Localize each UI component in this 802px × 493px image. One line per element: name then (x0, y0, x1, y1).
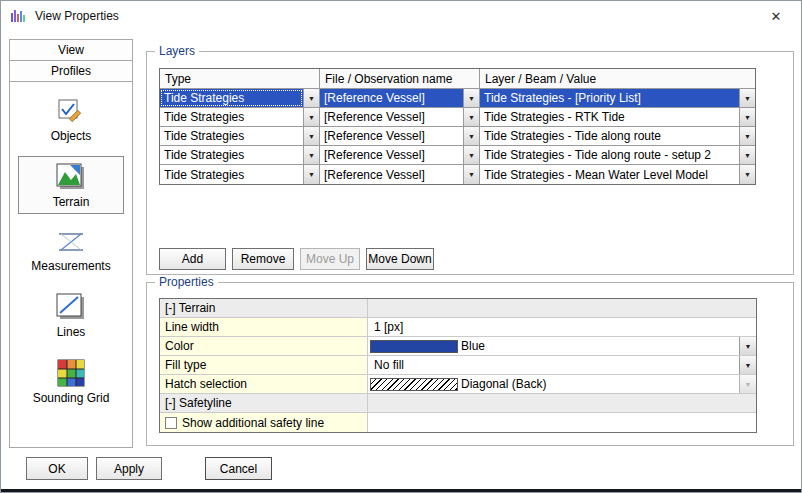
sidebar-item-label: Measurements (31, 259, 110, 273)
layer-combo[interactable]: Tide Strategies - Tide along route ▼ (480, 127, 755, 145)
combo-value: Tide Strategies (160, 165, 303, 184)
sidebar-item-objects[interactable]: Objects (18, 90, 124, 148)
file-combo[interactable]: [Reference Vessel] ▼ (320, 108, 479, 126)
combo-value: [Reference Vessel] (320, 146, 463, 164)
type-cell: Tide Strategies ▼ (160, 127, 320, 146)
layer-combo[interactable]: Tide Strategies - Mean Water Level Model… (480, 165, 755, 184)
layer-combo[interactable]: Tide Strategies - RTK Tide ▼ (480, 108, 755, 126)
property-label[interactable]: [-] Terrain (160, 299, 368, 317)
chevron-down-icon[interactable]: ▼ (739, 127, 755, 145)
file-combo[interactable]: [Reference Vessel] ▼ (320, 165, 479, 184)
chevron-down-icon[interactable]: ▼ (303, 146, 319, 164)
layer-cell: Tide Strategies - RTK Tide ▼ (480, 108, 755, 127)
measurements-icon (55, 228, 87, 256)
ok-button[interactable]: OK (26, 457, 88, 480)
sidebar-item-terrain[interactable]: Terrain (18, 156, 124, 214)
property-label[interactable]: Hatch selection (160, 375, 368, 393)
sidebar-item-label: Terrain (53, 195, 90, 209)
chevron-down-icon[interactable]: ▼ (463, 127, 479, 145)
file-combo[interactable]: [Reference Vessel] ▼ (320, 146, 479, 164)
color-value: Blue (458, 339, 485, 353)
layers-table: Type File / Observation name Layer / Bea… (159, 68, 756, 185)
tab-profiles[interactable]: Profiles (10, 61, 132, 82)
property-label: Show additional safety line (182, 416, 324, 430)
property-row-fill-type: Fill type No fill ▼ (160, 356, 756, 375)
type-combo[interactable]: Tide Strategies ▼ (160, 89, 319, 107)
layers-group: Layers Type File / Observation name Laye… (146, 51, 794, 275)
combo-value: Tide Strategies (160, 108, 303, 126)
view-properties-dialog: View Properties ✕ View Profiles Objects (0, 0, 802, 493)
property-label[interactable]: Fill type (160, 356, 368, 374)
objects-icon (56, 96, 86, 126)
chevron-down-icon[interactable]: ▼ (463, 146, 479, 164)
sounding-grid-icon (56, 358, 86, 388)
column-header-type: Type (160, 69, 320, 89)
file-combo[interactable]: [Reference Vessel] ▼ (320, 89, 479, 107)
close-icon[interactable]: ✕ (759, 5, 793, 27)
property-value[interactable]: 1 [px] (368, 318, 756, 336)
property-row-line-width: Line width 1 [px] (160, 318, 756, 337)
add-button[interactable]: Add (159, 248, 226, 270)
property-label[interactable]: Line width (160, 318, 368, 336)
combo-value: [Reference Vessel] (320, 165, 463, 184)
chevron-down-icon[interactable]: ▼ (463, 89, 479, 107)
chevron-down-icon[interactable]: ▼ (739, 165, 755, 184)
chevron-down-icon[interactable]: ▼ (739, 356, 756, 374)
chevron-down-icon[interactable]: ▼ (303, 89, 319, 107)
table-row: Tide Strategies ▼ [Reference Vessel] ▼ T… (160, 146, 755, 165)
fill-type-value: No fill (368, 358, 404, 372)
property-label[interactable]: Color (160, 337, 368, 355)
property-label[interactable]: [-] Safetyline (160, 394, 368, 412)
hatch-value: Diagonal (Back) (458, 377, 546, 391)
table-row: Tide Strategies ▼ [Reference Vessel] ▼ T… (160, 89, 755, 108)
sidebar-item-lines[interactable]: Lines (18, 286, 124, 344)
property-grid: [-] Terrain Line width 1 [px] Color Blue… (159, 298, 757, 433)
show-safety-line-checkbox[interactable] (165, 417, 177, 429)
cancel-button[interactable]: Cancel (205, 457, 272, 480)
chevron-down-icon[interactable]: ▼ (303, 108, 319, 126)
terrain-icon (55, 162, 87, 192)
apply-button[interactable]: Apply (96, 457, 162, 480)
type-combo[interactable]: Tide Strategies ▼ (160, 165, 319, 184)
chevron-down-icon[interactable]: ▼ (739, 108, 755, 126)
properties-group: Properties [-] Terrain Line width 1 [px]… (146, 282, 794, 446)
chevron-down-icon[interactable]: ▼ (303, 165, 319, 184)
property-value[interactable]: No fill ▼ (368, 356, 756, 374)
combo-value: Tide Strategies - RTK Tide (480, 108, 739, 126)
property-row-safetyline-category: [-] Safetyline (160, 394, 756, 413)
combo-value: [Reference Vessel] (320, 108, 463, 126)
property-value (368, 413, 756, 432)
layers-table-header: Type File / Observation name Layer / Bea… (160, 69, 755, 89)
combo-value: Tide Strategies (160, 127, 303, 145)
property-label-with-checkbox: Show additional safety line (160, 413, 368, 432)
type-combo[interactable]: Tide Strategies ▼ (160, 108, 319, 126)
chevron-down-icon[interactable]: ▼ (463, 165, 479, 184)
remove-button[interactable]: Remove (232, 248, 294, 270)
layer-combo[interactable]: Tide Strategies - [Priority List] ▼ (480, 89, 755, 107)
chevron-down-icon[interactable]: ▼ (303, 127, 319, 145)
sidebar-item-measurements[interactable]: Measurements (18, 222, 124, 278)
chevron-down-icon[interactable]: ▼ (463, 108, 479, 126)
layer-combo[interactable]: Tide Strategies - Tide along route - set… (480, 146, 755, 164)
move-down-button[interactable]: Move Down (366, 248, 434, 270)
window-title: View Properties (35, 9, 119, 23)
property-row-hatch-selection: Hatch selection Diagonal (Back) ▼ (160, 375, 756, 394)
file-combo[interactable]: [Reference Vessel] ▼ (320, 127, 479, 145)
property-value[interactable]: Blue ▼ (368, 337, 756, 355)
chevron-down-icon[interactable]: ▼ (739, 146, 755, 164)
property-value (368, 299, 756, 317)
sidebar-item-sounding-grid[interactable]: Sounding Grid (18, 352, 124, 410)
move-up-button: Move Up (300, 248, 360, 270)
window-bottom-edge (1, 489, 801, 492)
line-width-value: 1 [px] (368, 320, 403, 334)
chevron-down-icon[interactable]: ▼ (739, 337, 756, 355)
properties-group-title: Properties (155, 275, 218, 289)
tab-view[interactable]: View (10, 40, 132, 61)
column-header-layer: Layer / Beam / Value (480, 69, 755, 89)
property-value[interactable]: Diagonal (Back) ▼ (368, 375, 756, 393)
combo-value: Tide Strategies - Mean Water Level Model (480, 165, 739, 184)
type-combo[interactable]: Tide Strategies ▼ (160, 127, 319, 145)
type-cell: Tide Strategies ▼ (160, 146, 320, 165)
type-combo[interactable]: Tide Strategies ▼ (160, 146, 319, 164)
chevron-down-icon[interactable]: ▼ (739, 89, 755, 107)
